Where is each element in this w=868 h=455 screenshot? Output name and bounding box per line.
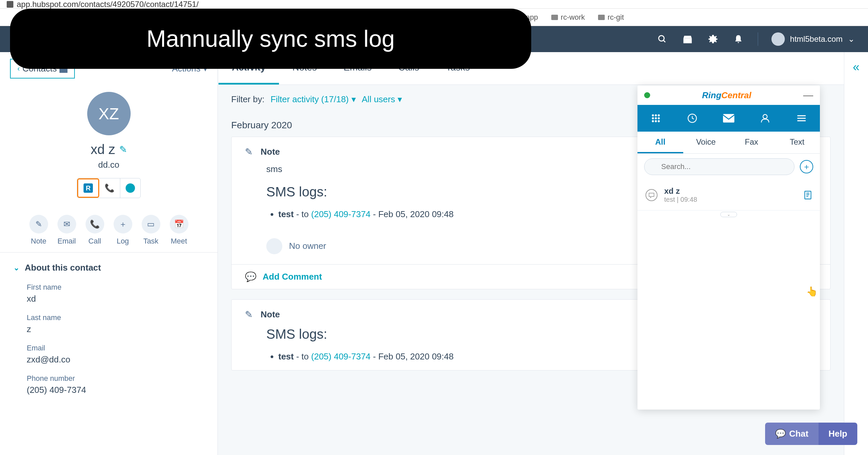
ringcentral-logo: RingCentral (702, 90, 751, 100)
first-name-label: First name (27, 283, 204, 292)
svg-point-10 (652, 120, 654, 122)
call-action[interactable]: 📞Call (86, 215, 104, 246)
owner-avatar (266, 238, 282, 254)
svg-point-6 (657, 114, 659, 116)
chevron-down-icon: ⌄ (13, 264, 20, 272)
expand-handle[interactable]: ⌄ (638, 210, 820, 218)
avatar (771, 32, 785, 46)
email-value[interactable]: zxd@dd.co (27, 355, 204, 365)
rc-tab-voice[interactable]: Voice (683, 132, 729, 153)
note-action[interactable]: ✎Note (29, 215, 48, 246)
email-action[interactable]: ✉Email (58, 215, 76, 246)
phone-badge[interactable]: 📞 (99, 178, 120, 198)
svg-point-0 (658, 36, 664, 41)
phone-value[interactable]: (205) 409-7374 (27, 385, 204, 395)
svg-point-4 (652, 114, 654, 116)
svg-point-7 (652, 117, 654, 119)
rc-message-list: xd z test | 09:48 ⌄ (638, 180, 820, 410)
filter-label: Filter by: (231, 94, 265, 104)
contacts-icon[interactable] (747, 105, 783, 132)
svg-point-5 (654, 114, 656, 116)
contact-sidebar: ‹ Contacts Actions ▾ XZ xd z ✎ dd.co R 📞 (0, 52, 218, 455)
filter-activity-dropdown[interactable]: Filter activity (17/18) ▾ (271, 94, 356, 104)
log-sms-icon[interactable] (804, 190, 812, 200)
log-action[interactable]: ＋Log (114, 215, 132, 246)
ringcentral-widget: RingCentral — (638, 86, 820, 410)
svg-point-15 (763, 115, 768, 119)
svg-point-11 (654, 120, 656, 122)
chat-badge[interactable] (120, 178, 140, 198)
compose-button[interactable]: ＋ (800, 160, 813, 173)
message-type-icon (646, 189, 657, 201)
filter-users-dropdown[interactable]: All users ▾ (362, 94, 402, 104)
url-text: app.hubspot.com/contacts/4920570/contact… (7, 0, 861, 9)
bookmark-rc-git[interactable]: rc-git (598, 13, 624, 22)
message-sender: xd z (664, 186, 797, 196)
activity-feed: Activity Notes Emails Calls Tasks Filter… (218, 52, 844, 455)
task-action[interactable]: ▭Task (142, 215, 160, 246)
rc-nav-bar (638, 105, 820, 132)
edit-icon[interactable]: ✎ (119, 144, 127, 155)
card-type: Note (260, 309, 280, 320)
messages-icon[interactable] (710, 105, 747, 132)
caret-down-icon: ▾ (398, 94, 402, 104)
chevron-down-icon: ⌄ (848, 34, 855, 44)
help-widget: 💬 Chat Help (765, 423, 857, 445)
notifications-icon[interactable] (732, 33, 744, 45)
rc-message-item[interactable]: xd z test | 09:48 (638, 180, 820, 210)
quick-actions: ✎Note ✉Email 📞Call ＋Log ▭Task 📅Meet (0, 208, 217, 252)
rc-search-input[interactable] (644, 158, 795, 175)
search-icon[interactable] (656, 33, 668, 45)
svg-point-12 (657, 120, 659, 122)
ringcentral-badge[interactable]: R (77, 178, 99, 198)
note-icon: ✎ (245, 309, 253, 320)
svg-line-1 (663, 40, 665, 42)
last-name-label: Last name (27, 313, 204, 322)
phone-link[interactable]: (205) 409-7374 (311, 352, 371, 361)
last-name-value[interactable]: z (27, 324, 204, 334)
email-label: Email (27, 344, 204, 353)
help-button[interactable]: Help (818, 423, 857, 445)
first-name-value[interactable]: xd (27, 294, 204, 304)
integration-badges: R 📞 (77, 178, 141, 198)
menu-icon[interactable] (783, 105, 820, 132)
rc-message-tabs: All Voice Fax Text (638, 132, 820, 154)
svg-rect-2 (683, 38, 691, 43)
cursor-pointer: 👆 (806, 286, 818, 297)
phone-label: Phone number (27, 374, 204, 383)
history-icon[interactable] (674, 105, 710, 132)
dialpad-icon[interactable] (638, 105, 674, 132)
meet-action[interactable]: 📅Meet (170, 215, 188, 246)
rc-tab-all[interactable]: All (638, 132, 683, 153)
about-contact-toggle[interactable]: ⌄ About this contact (13, 263, 204, 273)
svg-point-9 (657, 117, 659, 119)
contact-avatar: XZ (87, 92, 131, 135)
caret-down-icon: ▾ (351, 94, 356, 104)
bookmark-rc-work[interactable]: rc-work (551, 13, 585, 22)
message-preview: test | 09:48 (664, 196, 797, 204)
svg-rect-21 (805, 191, 811, 199)
owner-text: No owner (289, 241, 326, 251)
rc-tab-fax[interactable]: Fax (729, 132, 774, 153)
phone-link[interactable]: (205) 409-7374 (311, 209, 371, 219)
chat-button[interactable]: 💬 Chat (765, 423, 818, 445)
browser-address-bar: app.hubspot.com/contacts/4920570/contact… (0, 0, 868, 9)
caption-overlay: Mannually sync sms log (10, 9, 531, 69)
minimize-button[interactable]: — (803, 90, 813, 101)
note-icon: ✎ (245, 146, 253, 157)
svg-point-8 (654, 117, 656, 119)
account-menu[interactable]: html5beta.com ⌄ (771, 32, 855, 46)
settings-icon[interactable] (707, 33, 719, 45)
right-sidebar-collapsed: « (844, 52, 868, 455)
rc-tab-text[interactable]: Text (774, 132, 820, 153)
comment-icon: 💬 (245, 271, 256, 282)
expand-sidebar-button[interactable]: « (852, 60, 859, 455)
chat-bubble-icon: 💬 (775, 429, 786, 439)
contact-company: dd.co (98, 160, 120, 170)
presence-indicator (644, 92, 650, 98)
contact-name: xd z ✎ (91, 142, 127, 157)
svg-rect-14 (723, 114, 734, 123)
marketplace-icon[interactable] (682, 33, 693, 45)
card-type: Note (260, 147, 280, 157)
